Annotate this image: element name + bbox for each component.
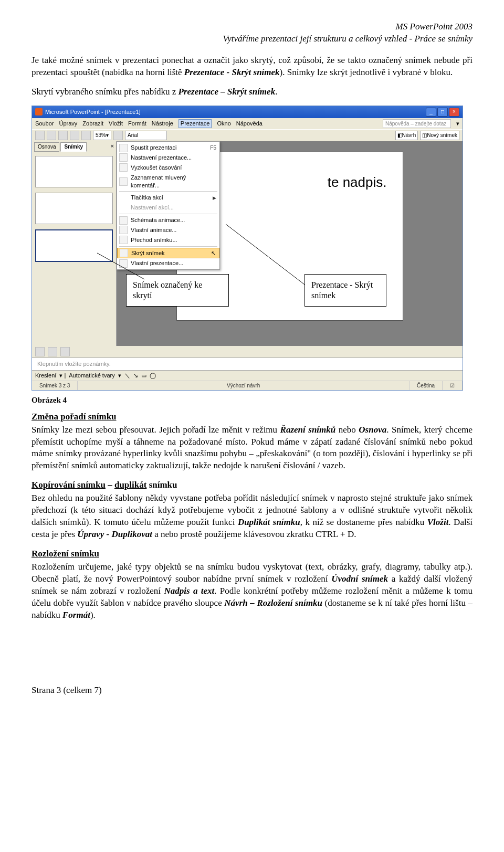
section-rozlo-title: Rozložení snímku: [32, 549, 99, 559]
rect-tool-icon[interactable]: ▭: [141, 372, 146, 380]
menu-upravy[interactable]: Úpravy: [59, 120, 77, 128]
section-kopir-body: Bez ohledu na použité šablony někdy vyvs…: [32, 492, 472, 541]
line-tool-icon[interactable]: ＼: [124, 372, 130, 380]
help-search[interactable]: Nápověda – zadejte dotaz: [383, 119, 451, 129]
figure-label: Obrázek 4: [32, 395, 472, 405]
thumb-1[interactable]: [35, 156, 113, 187]
view-buttons: [32, 346, 463, 357]
pane-close-icon[interactable]: ×: [111, 142, 114, 152]
menu-format[interactable]: Formát: [128, 120, 146, 128]
help-icon[interactable]: [113, 131, 123, 140]
section-kopir-title: Kopírování snímku – duplikát snímku: [32, 479, 472, 491]
status-spell-icon[interactable]: ☑: [443, 381, 463, 391]
paragraph-1: Je také možné snímek v prezentaci ponech…: [32, 55, 472, 79]
section-zmena-title: Změna pořadí snímku: [32, 412, 117, 422]
menu-schemata[interactable]: Schémata animace...: [117, 215, 219, 225]
menu-nastaveni-akci: Nastavení akcí...: [117, 203, 219, 213]
notes-pane[interactable]: Klepnutím vložíte poznámky.: [32, 357, 463, 371]
page-footer: Strana 3 (celkem 7): [32, 685, 472, 697]
menu-soubor[interactable]: Soubor: [35, 120, 54, 128]
close-button[interactable]: ×: [449, 108, 459, 117]
slide-editor: te nadpis. Spustit prezentaciF5 Nastaven…: [117, 141, 463, 346]
help-dropdown-icon[interactable]: ▾: [456, 120, 459, 128]
paragraph-2: Skrytí vybraného snímku přes nabídku z P…: [32, 86, 472, 98]
menu-zobrazit[interactable]: Zobrazit: [82, 120, 103, 128]
hide-icon: [120, 249, 128, 257]
status-design: Výchozí návrh: [78, 381, 410, 391]
arrow-tool-icon[interactable]: ↘: [133, 372, 138, 380]
menu-tlacitka-akci[interactable]: Tlačítka akcí▶: [117, 193, 219, 203]
status-slide-num: Snímek 3 z 3: [32, 381, 78, 391]
menu-spustit[interactable]: Spustit prezentaciF5: [117, 143, 219, 153]
toolbar-standard: 53% ▾ Arial ◧ Návrh ◫ Nový snímek: [32, 129, 463, 141]
new-slide-button[interactable]: ◫ Nový snímek: [420, 131, 459, 140]
gear-icon: [119, 153, 128, 162]
clock-icon: [119, 163, 128, 172]
statusbar: Snímek 3 z 3 Výchozí návrh Čeština ☑: [32, 381, 463, 391]
slide-title-placeholder[interactable]: te nadpis.: [328, 173, 387, 192]
menu-vlozit[interactable]: Vložit: [109, 120, 123, 128]
slideshow-view-icon[interactable]: [60, 347, 70, 356]
menu-prezentace[interactable]: Prezentace: [178, 119, 212, 128]
menu-vyzkouset[interactable]: Vyzkoušet časování: [117, 163, 219, 173]
menu-zaznamenat[interactable]: Zaznamenat mluvený komentář...: [117, 173, 219, 191]
prezentace-menu: Spustit prezentaciF5 Nastavení prezentac…: [117, 141, 220, 270]
menu-nastroje[interactable]: Nástroje: [152, 120, 173, 128]
menu-vlastni-animace[interactable]: Vlastní animace...: [117, 225, 219, 235]
callout-left: Snímek označený ke skrytí: [126, 274, 229, 307]
design-button[interactable]: ◧ Návrh: [395, 131, 418, 140]
oval-tool-icon[interactable]: ◯: [150, 372, 156, 380]
callout-right: Prezentace - Skrýt snímek: [304, 274, 386, 307]
cursor-icon: ↖: [211, 249, 216, 257]
submenu-arrow-icon: ▶: [213, 195, 216, 201]
section-zmena-body: Snímky lze mezi sebou přesouvat. Jejich …: [32, 424, 472, 472]
save-icon[interactable]: [58, 131, 68, 140]
sorter-view-icon[interactable]: [48, 347, 57, 356]
minimize-button[interactable]: _: [426, 108, 436, 117]
left-pane: Osnova Snímky × 1 2 3: [32, 141, 117, 346]
print-icon[interactable]: [70, 131, 79, 140]
transition-icon: [119, 236, 128, 244]
header-line2: Vytváříme prezentaci její strukturu a ce…: [32, 33, 472, 45]
page-header: MS PowerPoint 2003 Vytváříme prezentaci …: [32, 21, 472, 45]
thumb-2[interactable]: [35, 193, 113, 224]
menu-prechod[interactable]: Přechod snímku...: [117, 235, 219, 245]
font-dropdown[interactable]: Arial: [125, 131, 167, 140]
autoshapes-menu[interactable]: Automatické tvary: [69, 372, 114, 380]
undo-icon[interactable]: [81, 131, 91, 140]
titlebar: Microsoft PowerPoint - [Prezentace1] _ □…: [32, 106, 463, 118]
menu-nastaveni-prezentace[interactable]: Nastavení prezentace...: [117, 153, 219, 163]
status-lang: Čeština: [410, 381, 443, 391]
play-icon: [119, 144, 128, 152]
window-title: Microsoft PowerPoint - [Prezentace1]: [45, 108, 141, 116]
new-icon[interactable]: [35, 131, 45, 140]
tab-snimky[interactable]: Snímky: [60, 142, 87, 152]
menu-okno[interactable]: Okno: [217, 120, 230, 128]
maximize-button[interactable]: □: [437, 108, 448, 117]
custom-icon: [119, 259, 128, 268]
drawing-toolbar: Kreslení ▾ | Automatické tvary ▾ ＼ ↘ ▭ ◯: [32, 371, 463, 381]
zoom-dropdown[interactable]: 53% ▾: [93, 131, 111, 140]
drawing-menu[interactable]: Kreslení: [35, 372, 56, 380]
app-icon: [35, 108, 43, 115]
open-icon[interactable]: [47, 131, 56, 140]
section-rozlo-body: Rozložením určujeme, jaké typy objektů s…: [32, 561, 472, 622]
thumb-3[interactable]: [35, 229, 113, 262]
header-line1: MS PowerPoint 2003: [32, 21, 472, 33]
menu-napoveda[interactable]: Nápověda: [236, 120, 262, 128]
animation-icon: [119, 226, 128, 234]
normal-view-icon[interactable]: [35, 347, 45, 356]
menubar: Soubor Úpravy Zobrazit Vložit Formát Nás…: [32, 118, 463, 130]
app-screenshot: Microsoft PowerPoint - [Prezentace1] _ □…: [32, 106, 463, 391]
tab-osnova[interactable]: Osnova: [34, 142, 59, 152]
star-icon: [119, 216, 128, 225]
mic-icon: [119, 177, 128, 186]
menu-vlastni-prezentace[interactable]: Vlastní prezentace...: [117, 258, 219, 268]
menu-skryt-snimek[interactable]: Skrýt snímek↖: [117, 248, 219, 259]
